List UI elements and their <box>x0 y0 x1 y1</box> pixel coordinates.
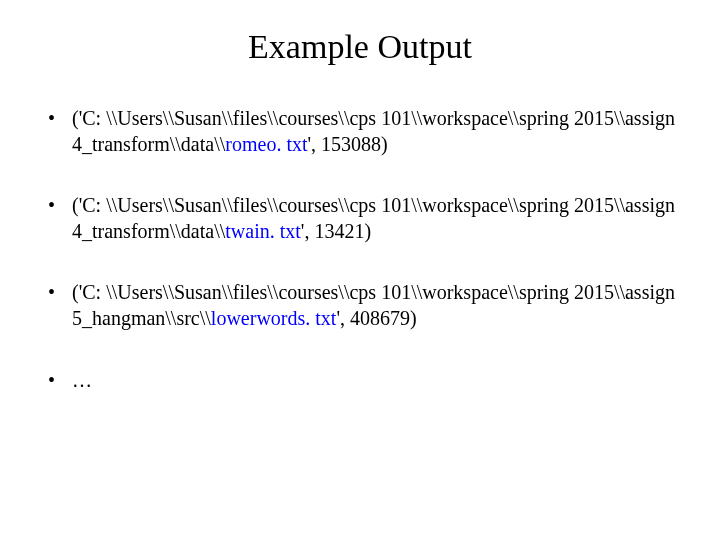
slide-title: Example Output <box>40 28 680 66</box>
filename-text: lowerwords. txt <box>211 307 337 329</box>
filename-text: romeo. txt <box>225 133 307 155</box>
list-item: ('C: \\Users\\Susan\\files\\courses\\cps… <box>48 193 680 244</box>
filename-text: twain. txt <box>225 220 301 242</box>
list-item: ('C: \\Users\\Susan\\files\\courses\\cps… <box>48 280 680 331</box>
list-item: ('C: \\Users\\Susan\\files\\courses\\cps… <box>48 106 680 157</box>
path-text: ('C: \\Users\\Susan\\files\\courses\\cps… <box>72 194 675 242</box>
size-text: ', 408679) <box>336 307 416 329</box>
ellipsis-text: … <box>72 369 92 391</box>
bullet-list: ('C: \\Users\\Susan\\files\\courses\\cps… <box>40 106 680 393</box>
size-text: ', 13421) <box>301 220 371 242</box>
size-text: ', 153088) <box>308 133 388 155</box>
list-item: … <box>48 368 680 394</box>
